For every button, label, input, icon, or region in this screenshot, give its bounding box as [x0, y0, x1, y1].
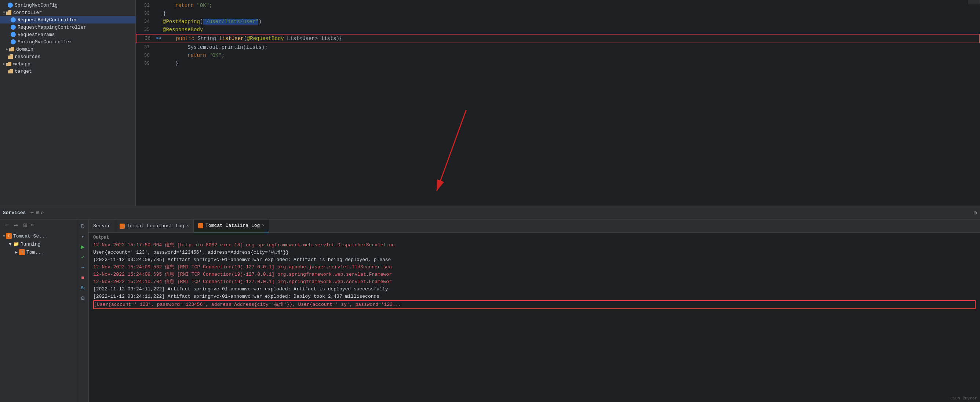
token: out	[209, 45, 218, 50]
service-item-tomcatse[interactable]: ▼TTomcat Se...	[0, 232, 77, 240]
reload-btn[interactable]: ↻	[78, 284, 88, 292]
code-line-35: 35@ResponseBody	[136, 26, 980, 34]
tab-close-1[interactable]: ×	[186, 223, 189, 229]
code-editor-section: SpringMvcConfig▼controllerRequestBodyCon…	[0, 0, 980, 206]
tree-item-webapp[interactable]: ▶webapp	[0, 60, 135, 67]
line-content-35: @ResponseBody	[161, 26, 980, 34]
services-sidebar: ≡ ⇌ ⊞ » ▼TTomcat Se...▼📁Running▶TTom...	[0, 220, 77, 402]
token: }	[163, 61, 178, 67]
output-line-2: [2022-11-12 03:24:08,785] Artifact sprin…	[93, 256, 975, 263]
code-editor[interactable]: 32 return "OK";33}34@PostMapping("/user/…	[136, 0, 980, 69]
tab-bar: Server Tomcat Localhost Log × Tomcat Cat…	[89, 220, 980, 233]
folder-icon	[7, 68, 13, 74]
line-number-38: 38	[136, 51, 154, 59]
line-number-37: 37	[136, 43, 154, 51]
external-link-icon: ⊕	[974, 209, 977, 217]
align-btn2[interactable]: ⇌	[12, 221, 20, 229]
tree-label: RequestMappingController	[18, 25, 86, 30]
tree-item-domain[interactable]: ▶domain	[0, 46, 135, 53]
stop-btn[interactable]: ■	[78, 273, 88, 282]
tree-item-target[interactable]: target	[0, 67, 135, 75]
class-icon	[10, 39, 16, 45]
class-icon	[10, 32, 16, 37]
tree-label: domain	[16, 46, 33, 52]
services-tree: ▼TTomcat Se...▼📁Running▶TTom...	[0, 231, 77, 402]
output-line-5: 12-Nov-2022 15:24:10.704 信息 [RMI TCP Con…	[93, 278, 975, 286]
grid-btn[interactable]: ⊞	[21, 221, 29, 229]
arrow-down-icon: ▼	[3, 11, 5, 15]
tree-label: target	[15, 69, 32, 74]
right-toolbar: D ▼ ▶ ✓ → ■ ↻ ⚙	[77, 220, 89, 402]
token: (	[200, 19, 203, 25]
tab-localhost-label: Tomcat Localhost Log	[127, 223, 184, 229]
tab-server[interactable]: Server	[89, 220, 115, 232]
output-label: Output	[89, 233, 980, 241]
tree-item-controller[interactable]: ▼controller	[0, 9, 135, 16]
token: return	[175, 3, 194, 8]
tree-item-requestbodycontroller[interactable]: RequestBodyController	[0, 16, 135, 24]
output-line-3: 12-Nov-2022 15:24:09.582 信息 [RMI TCP Con…	[93, 263, 975, 271]
services-header: Services + ⊞ » ⊕	[0, 206, 980, 220]
class-icon	[10, 17, 16, 23]
folder-svc-icon: 📁	[13, 241, 19, 247]
services-panel: Services + ⊞ » ⊕ ≡ ⇌ ⊞ » ▼TTomcat Se...▼…	[0, 206, 980, 402]
code-line-38: 38 return "OK";	[136, 51, 980, 59]
tab-close-2[interactable]: ×	[262, 223, 264, 228]
token: @PostMapping	[163, 19, 200, 25]
token: return	[188, 53, 206, 58]
tab-catalina-label: Tomcat Catalina Log	[205, 223, 260, 228]
svc-label: Tom...	[26, 250, 44, 255]
line-number-32: 32	[136, 2, 154, 10]
token: "OK";	[206, 53, 224, 58]
line-content-39: }	[161, 59, 980, 67]
service-item-running[interactable]: ▼📁Running	[0, 240, 77, 248]
output-line-0: 12-Nov-2022 15:17:50.004 信息 [http-nio-80…	[93, 242, 975, 249]
tab-localhost-log[interactable]: Tomcat Localhost Log ×	[115, 220, 194, 232]
tree-item-resources[interactable]: resources	[0, 53, 135, 60]
settings-btn[interactable]: ⚙	[78, 294, 88, 303]
service-item-tom[interactable]: ▶TTom...	[0, 248, 77, 256]
tree-label: webapp	[13, 61, 30, 67]
tree-item-requestmappingcontroller[interactable]: RequestMappingController	[0, 24, 135, 31]
token: @RequestBody	[247, 36, 284, 41]
code-line-33: 33}	[136, 10, 980, 18]
code-section: 32 return "OK";33}34@PostMapping("/user/…	[136, 0, 980, 206]
debug-btn[interactable]: D	[78, 222, 88, 231]
tree-item-springmvccontroller[interactable]: SpringMvcController	[0, 38, 135, 46]
checkmark-btn[interactable]: ✓	[78, 252, 88, 262]
folder-icon	[6, 10, 12, 16]
arrow-down-run: ▼	[9, 242, 12, 247]
arrow-right-btn[interactable]: →	[78, 263, 88, 272]
code-line-39: 39 }	[136, 59, 980, 67]
tomcat-icon-1	[119, 223, 125, 229]
token	[163, 3, 175, 8]
tree-label: controller	[13, 10, 42, 16]
arrow-right-icon: ▶	[6, 47, 8, 51]
tab-catalina-log[interactable]: Tomcat Catalina Log ×	[194, 220, 269, 232]
tree-item-requestparams[interactable]: RequestParams	[0, 31, 135, 38]
token: )	[258, 19, 261, 25]
tree-label: SpringMvcController	[18, 39, 72, 45]
class-icon	[10, 24, 16, 30]
more-btn[interactable]: »	[31, 222, 34, 228]
tree-label: resources	[15, 54, 40, 59]
line-content-32: return "OK";	[161, 2, 980, 10]
output-line-8: [User{account=' 123', password='123456',…	[93, 300, 975, 309]
services-title: Services	[3, 210, 26, 215]
token: }	[163, 11, 166, 16]
class-icon	[7, 2, 13, 8]
align-left-btn[interactable]: ≡	[2, 221, 10, 229]
tree-label: SpringMvcConfig	[15, 3, 57, 8]
output-area: Output 12-Nov-2022 15:17:50.004 信息 [http…	[89, 233, 980, 402]
plus-icon: +	[30, 210, 34, 216]
line-number-39: 39	[136, 59, 154, 67]
folder-icon	[7, 54, 13, 59]
output-lines: 12-Nov-2022 15:17:50.004 信息 [http-nio-80…	[89, 241, 980, 402]
play-btn[interactable]: ▶	[78, 242, 88, 251]
line-number-35: 35	[136, 26, 154, 34]
line-content-33: }	[161, 10, 980, 18]
output-line-1: User{account=' 123', password='123456', …	[93, 249, 975, 256]
tree-item-springmvcconfig[interactable]: SpringMvcConfig	[0, 2, 135, 9]
dropdown-btn[interactable]: ▼	[78, 232, 88, 241]
token: public	[176, 36, 194, 41]
